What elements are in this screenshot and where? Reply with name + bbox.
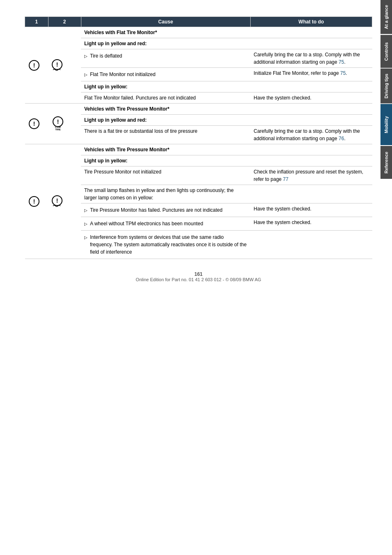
page-link[interactable]: 75 bbox=[339, 59, 344, 65]
bullet-item: ▷ A wheel without TPM electronics has be… bbox=[84, 220, 247, 227]
sidebar-item-label: Driving tips bbox=[384, 74, 389, 99]
triangle-icon: ▷ bbox=[84, 207, 88, 213]
icon2-col-s1: ! bbox=[48, 27, 81, 104]
cause-bold-text: Vehicles with Tire Pressure Monitor* bbox=[84, 147, 169, 153]
page-number: 161 bbox=[25, 271, 372, 277]
svg-text:TIRE: TIRE bbox=[55, 128, 61, 131]
cause-text: Tire Pressure Monitor has failed. Punctu… bbox=[90, 206, 222, 214]
icon2-wrap: ! bbox=[51, 195, 78, 208]
cause-text: There is a flat tire or substantial loss… bbox=[84, 128, 197, 134]
cause-cell: There is a flat tire or substantial loss… bbox=[81, 126, 250, 144]
what-cell bbox=[250, 81, 372, 92]
sidebar-item-label: Reference bbox=[384, 152, 389, 173]
exclamation-circle-icon: ! bbox=[28, 118, 40, 130]
icon1-wrap: ! bbox=[28, 118, 45, 130]
what-cell bbox=[250, 38, 372, 49]
footer-text: Online Edition for Part no. 01 41 2 603 … bbox=[25, 277, 372, 282]
asterisk: * bbox=[155, 30, 157, 35]
cause-bold-text: Vehicles with Flat Tire Monitor* bbox=[84, 30, 157, 35]
cause-bold-text: Vehicles with Tire Pressure Monitor* bbox=[84, 106, 169, 112]
triangle-icon: ▷ bbox=[84, 234, 88, 240]
what-cell bbox=[250, 231, 372, 259]
table-row: ! ! LOW TIRE bbox=[25, 104, 372, 115]
svg-text:!: ! bbox=[57, 118, 59, 125]
what-cell: Check the inflation pressure and reset t… bbox=[250, 166, 372, 185]
cause-cell: Tire Pressure Monitor not initialized bbox=[81, 166, 250, 185]
page-link[interactable]: 76 bbox=[339, 136, 344, 141]
bullet-item: ▷ Interference from systems or devices t… bbox=[84, 234, 247, 256]
sidebar-item-controls[interactable]: Controls bbox=[380, 35, 392, 68]
what-cell: Initialize Flat Tire Monitor, refer to p… bbox=[250, 68, 372, 81]
what-cell bbox=[250, 155, 372, 166]
cause-text: A wheel without TPM electronics has been… bbox=[90, 220, 203, 227]
sidebar-item-label: Mobility bbox=[384, 116, 389, 133]
triangle-icon: ▷ bbox=[84, 53, 88, 59]
bullet-item: ▷ Tire is deflated bbox=[84, 52, 247, 60]
cause-text: The small lamp flashes in yellow and the… bbox=[84, 187, 234, 201]
page-link[interactable]: 75 bbox=[340, 70, 346, 76]
cause-text: Flat Tire Monitor not initialized bbox=[90, 71, 155, 78]
sidebar-item-driving-tips[interactable]: Driving tips bbox=[380, 69, 392, 104]
cause-cell: Light up in yellow: bbox=[81, 155, 250, 166]
bullet-item: ▷ Tire Pressure Monitor has failed. Punc… bbox=[84, 206, 247, 214]
cause-bold-text: Light up in yellow and red: bbox=[84, 41, 147, 46]
cause-text: Flat Tire Monitor failed. Punctures are … bbox=[84, 95, 196, 101]
exclamation-circle-icon: ! bbox=[28, 60, 40, 71]
what-text: Have the system checked. bbox=[254, 220, 311, 225]
cause-cell: The small lamp flashes in yellow and the… bbox=[81, 185, 250, 204]
what-cell bbox=[250, 104, 372, 115]
svg-text:!: ! bbox=[33, 62, 35, 69]
sidebar-item-mobility[interactable]: Mobility bbox=[380, 104, 392, 145]
table-row: ! ! Vehicl bbox=[25, 144, 372, 155]
what-cell bbox=[250, 27, 372, 38]
asterisk: * bbox=[168, 147, 170, 153]
icon1-col-s3: ! bbox=[25, 144, 48, 259]
what-cell bbox=[250, 144, 372, 155]
what-cell: Have the system checked. bbox=[250, 217, 372, 231]
icon1-col-s1: ! bbox=[25, 27, 48, 104]
icon2-col-s3: ! bbox=[48, 144, 81, 259]
what-header: What to do bbox=[250, 17, 372, 27]
cause-cell: Light up in yellow and red: bbox=[81, 38, 250, 49]
cause-header: Cause bbox=[81, 17, 250, 27]
what-text: Initialize Flat Tire Monitor, refer to p… bbox=[254, 70, 347, 76]
svg-text:!: ! bbox=[56, 61, 58, 68]
what-text: Have the system checked. bbox=[254, 206, 311, 212]
col2-header: 2 bbox=[48, 17, 81, 27]
cause-cell: ▷ Flat Tire Monitor not initialized bbox=[81, 68, 250, 81]
low-tire-icon: ! LOW TIRE bbox=[51, 116, 65, 131]
icon1-col-s2: ! bbox=[25, 104, 48, 144]
side-tabs: At a glance Controls Driving tips Mobili… bbox=[380, 0, 392, 555]
cause-text: Tire Pressure Monitor not initialized bbox=[84, 169, 161, 175]
main-content: 1 2 Cause What to do ! bbox=[0, 0, 380, 555]
what-cell bbox=[250, 115, 372, 126]
svg-text:!: ! bbox=[33, 198, 35, 205]
page-link[interactable]: 77 bbox=[283, 176, 288, 182]
cause-cell: Vehicles with Tire Pressure Monitor* bbox=[81, 144, 250, 155]
cause-cell: ▷ A wheel without TPM electronics has be… bbox=[81, 217, 250, 231]
what-text: Have the system checked. bbox=[254, 95, 311, 101]
sidebar-item-at-a-glance[interactable]: At a glance bbox=[380, 0, 392, 34]
exclamation-circle-wavy-icon: ! bbox=[51, 59, 63, 72]
col1-header: 1 bbox=[25, 17, 48, 27]
icon1-wrap: ! bbox=[28, 60, 45, 71]
cause-cell: Vehicles with Tire Pressure Monitor* bbox=[81, 104, 250, 115]
icon2-wrap: ! bbox=[51, 59, 78, 72]
what-cell: Have the system checked. bbox=[250, 204, 372, 217]
what-cell: Carefully bring the car to a stop. Compl… bbox=[250, 49, 372, 68]
cause-cell: Light up in yellow and red: bbox=[81, 115, 250, 126]
cause-cell: ▷ Interference from systems or devices t… bbox=[81, 231, 250, 259]
cause-cell: ▷ Tire Pressure Monitor has failed. Punc… bbox=[81, 204, 250, 217]
cause-cell: Light up in yellow: bbox=[81, 81, 250, 92]
what-text: Carefully bring the car to a stop. Compl… bbox=[254, 52, 360, 65]
triangle-icon: ▷ bbox=[84, 72, 88, 78]
sidebar-item-reference[interactable]: Reference bbox=[380, 146, 392, 179]
page-container: 1 2 Cause What to do ! bbox=[0, 0, 392, 555]
asterisk: * bbox=[168, 106, 170, 112]
cause-text: Interference from systems or devices tha… bbox=[90, 234, 247, 256]
footer: 161 Online Edition for Part no. 01 41 2 … bbox=[25, 271, 372, 290]
what-cell bbox=[250, 185, 372, 204]
svg-text:!: ! bbox=[56, 197, 58, 204]
main-table: 1 2 Cause What to do ! bbox=[25, 16, 372, 259]
what-text: Check the inflation pressure and reset t… bbox=[254, 169, 363, 182]
